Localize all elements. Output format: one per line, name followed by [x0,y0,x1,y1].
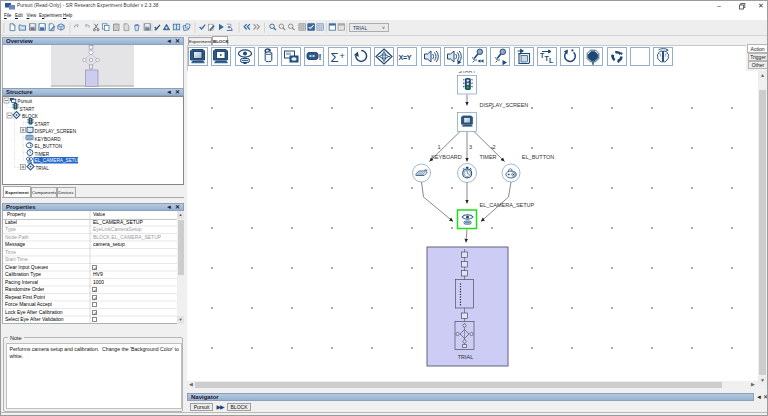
svg-text:EL_BUTTON: EL_BUTTON [35,144,63,149]
svg-text:EL_CAMERA_SETUP: EL_CAMERA_SETUP [35,158,82,163]
svg-text:1: 1 [438,144,441,150]
svg-text:2: 2 [493,144,496,150]
svg-text:3: 3 [469,144,472,150]
svg-text:Pursuit: Pursuit [18,99,33,104]
svg-text:EL_BUTTON: EL_BUTTON [522,154,554,160]
svg-text:KEYBOARD: KEYBOARD [431,154,462,160]
svg-text:START: START [35,122,50,127]
svg-text:TIMER: TIMER [479,154,496,160]
svg-text:START: START [458,71,476,74]
svg-text:TRIAL: TRIAL [36,166,50,171]
svg-text:KEYBOARD: KEYBOARD [35,137,62,142]
svg-text:DISPLAY_SCREEN: DISPLAY_SCREEN [35,129,77,134]
svg-text:EL_CAMERA_SETUP: EL_CAMERA_SETUP [480,202,535,208]
svg-text:DISPLAY_SCREEN: DISPLAY_SCREEN [480,102,529,108]
svg-text:TRIAL: TRIAL [458,354,474,360]
svg-text:START: START [20,107,35,112]
svg-text:TIMER: TIMER [35,152,50,157]
